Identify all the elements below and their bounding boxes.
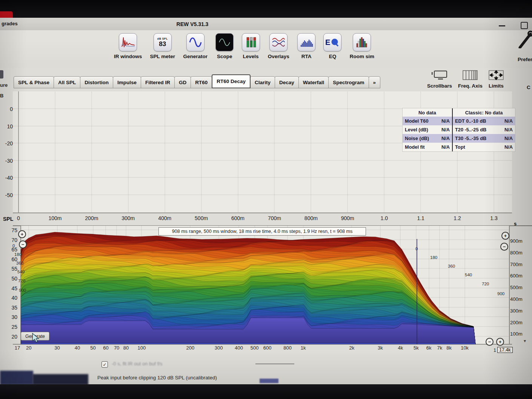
controls-button-fragment[interactable]: C — [527, 85, 530, 90]
rt60-row-value: N/A — [504, 144, 513, 150]
freq-tick-7k: 7k — [437, 345, 442, 351]
decay-y-tick: -50 — [0, 192, 13, 198]
generator-icon — [186, 33, 204, 51]
freq-tick-50: 50 — [90, 345, 95, 351]
tab-clarity[interactable]: Clarity — [250, 76, 275, 88]
levels-button[interactable]: Levels — [242, 33, 260, 59]
freq-tick-400: 400 — [235, 345, 243, 351]
room-sim-label: Room sim — [350, 54, 374, 59]
scrollbar-down-arrow[interactable]: ▾ — [524, 338, 526, 344]
screen-reflection — [32, 374, 88, 385]
tab-rt60[interactable]: RT60 — [191, 76, 212, 88]
tab-waterfall[interactable]: Waterfall — [298, 76, 329, 88]
rt60-row-value: N/A — [441, 144, 450, 150]
slice-time-label-left: 720 — [18, 279, 25, 283]
freq-tick-60: 60 — [103, 345, 108, 351]
toolbar-buttons: IR windowsdB SPL83SPL meterGeneratorScop… — [114, 33, 374, 59]
slice-time-label-left: 900 — [19, 288, 26, 293]
rew-application-window: grades REW V5.31.3 IR windowsdB SPL83SPL… — [0, 0, 532, 399]
spl-tick: 55 — [5, 266, 17, 272]
tab-spl-phase[interactable]: SPL & Phase — [14, 76, 54, 88]
time-axis-tick: 1.2 — [454, 215, 461, 221]
rt60-row-value: N/A — [441, 118, 450, 124]
separator-dash — [255, 364, 294, 364]
menu-fragment-upgrades[interactable]: grades — [2, 21, 18, 26]
time-axis-tick: 200m — [85, 215, 98, 221]
rt60-row-name: Model fit — [405, 144, 441, 150]
rt60-row-name: T30 -5..-35 dB — [455, 136, 504, 141]
eq-label: EQ — [329, 54, 337, 59]
tab-spectrogram[interactable]: Spectrogram — [328, 76, 369, 88]
spl-axis-title: SPL — [3, 216, 13, 222]
tab-gd[interactable]: GD — [174, 76, 191, 88]
freq-tick-6k: 6k — [426, 345, 432, 351]
eq-button[interactable]: EEQ — [323, 33, 341, 59]
zoom-in-bottom-button[interactable]: + — [496, 338, 504, 346]
freq-axis-label: Freq. Axis — [458, 83, 483, 89]
tab-impulse[interactable]: Impulse — [113, 76, 141, 88]
decay-y-tick: -20 — [0, 140, 13, 146]
overlays-button[interactable]: Overlays — [268, 33, 289, 59]
screen-bezel-bottom — [0, 384, 532, 399]
rt60-model-column: No dataModel T60N/ALevel (dB)N/ANoise (d… — [403, 108, 452, 151]
option-checkbox[interactable]: ✓ — [101, 361, 108, 368]
maximize-button[interactable] — [521, 22, 528, 29]
spl-meter-button[interactable]: dB SPL83SPL meter — [150, 33, 175, 59]
minimize-button[interactable] — [499, 25, 505, 26]
waterfall-time-tick: 600m — [510, 273, 523, 279]
rt60-left-header: No data — [403, 108, 452, 117]
scope-icon — [215, 33, 234, 51]
limits-button[interactable]: Limits — [489, 70, 504, 89]
tab-[interactable]: » — [369, 76, 381, 88]
scrollbars-icon — [431, 70, 448, 82]
rt60-row-name: Level (dB) — [405, 127, 441, 132]
freq-axis-button[interactable]: Freq. Axis — [458, 70, 483, 89]
zoom-in-left-button[interactable]: + — [18, 230, 26, 238]
slice-time-label-left: 0 — [12, 243, 15, 248]
time-axis-tick: 300m — [121, 215, 135, 221]
freq-tick-3k: 3k — [378, 345, 383, 351]
freq-tick-800: 800 — [283, 345, 292, 351]
freq-tick-8k: 8k — [446, 345, 452, 351]
scrollbars-button[interactable]: Scrollbars — [427, 70, 452, 89]
zoom-out-bottom-button[interactable]: − — [486, 338, 494, 346]
freq-axis-limit-box[interactable]: 17.4k — [497, 347, 513, 353]
tab-decay[interactable]: Decay — [275, 76, 299, 88]
screen-reflection — [260, 379, 278, 383]
tab-filtered-ir[interactable]: Filtered IR — [141, 76, 175, 88]
rta-button[interactable]: RTA — [297, 33, 315, 59]
zoom-in-right-button[interactable]: + — [501, 232, 509, 240]
preferences-button[interactable]: Prefer — [518, 57, 532, 62]
waterfall-time-tick: 700m — [510, 262, 523, 267]
tab-rt60-decay[interactable]: RT60 Decay — [212, 74, 251, 88]
time-axis-tick: 500m — [195, 215, 208, 221]
zoom-out-right-button[interactable]: − — [500, 243, 508, 251]
ir-windows-button[interactable]: IR windows — [114, 33, 142, 59]
room-sim-button[interactable]: Room sim — [350, 33, 374, 59]
waterfall-back-edge — [417, 239, 417, 344]
measure-button-fragment[interactable]: ure — [0, 82, 8, 88]
generator-label: Generator — [183, 54, 208, 59]
waterfall-time-tick: 100m — [510, 331, 523, 337]
window-title: REW V5.31.3 — [162, 21, 223, 27]
tab-distortion[interactable]: Distortion — [80, 76, 113, 88]
rt60-row-topt: ToptN/A — [453, 143, 515, 151]
rt60-row-level-db: Level (dB)N/A — [403, 125, 452, 134]
zoom-out-left-button[interactable]: − — [19, 240, 27, 248]
waterfall-settings-annotation: 908 ms range, 500 ms window, 18 ms rise … — [158, 227, 366, 236]
time-axis-tick: 0 — [17, 215, 20, 221]
rt60-right-header: Classic: No data — [453, 108, 515, 117]
freq-tick-600: 600 — [263, 345, 272, 351]
freq-tick-100: 100 — [138, 345, 146, 351]
generator-button[interactable]: Generator — [183, 33, 208, 59]
overlays-icon — [269, 33, 288, 51]
scope-button[interactable]: Scope — [215, 33, 234, 59]
db-axis-fragment: B — [0, 93, 3, 99]
rt60-row-name: Topt — [455, 144, 504, 150]
slice-time-label-right: 0 — [415, 246, 418, 251]
spl-tick: 60 — [5, 256, 17, 262]
freq-tick-10k: 10k — [461, 345, 469, 351]
graph-tabs: SPL & PhaseAll SPLDistortionImpulseFilte… — [14, 74, 380, 88]
tab-all-spl[interactable]: All SPL — [54, 76, 80, 88]
waterfall-right-axis — [509, 226, 510, 344]
